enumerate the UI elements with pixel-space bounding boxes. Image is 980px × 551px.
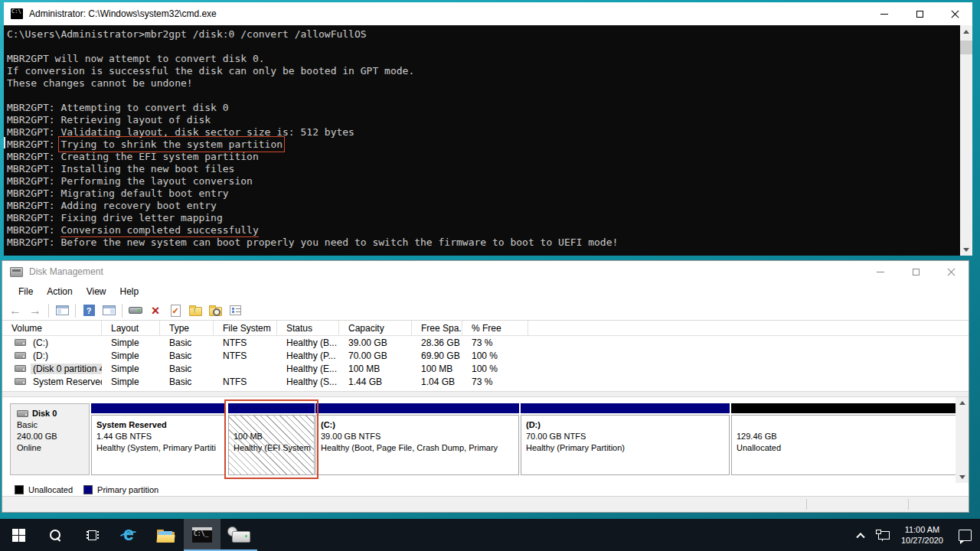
disk0-name: Disk 0 <box>32 408 57 419</box>
legend: UnallocatedPrimary partition <box>2 483 969 497</box>
cell-file_system: NTFS <box>214 337 277 348</box>
back-button[interactable]: ← <box>7 302 24 319</box>
column-header[interactable]: Free Spa... <box>412 321 462 335</box>
partition-(C:)[interactable]: (C:)39.00 GB NTFSHealthy (Boot, Page Fil… <box>315 403 519 475</box>
partition-name: System Reserved <box>96 419 224 431</box>
tray-chevron-button[interactable] <box>851 519 871 551</box>
cmd-minimize-button[interactable] <box>867 2 902 25</box>
volume-name: (D:) <box>31 350 51 361</box>
column-header[interactable]: Type <box>160 321 214 335</box>
volume-row[interactable]: (Disk 0 partition 4)SimpleBasicHealthy (… <box>2 362 969 375</box>
partition-info: 129.46 GBUnallocated <box>731 415 959 475</box>
cmd-maximize-button[interactable] <box>902 2 937 25</box>
cell-layout: Simple <box>102 350 160 361</box>
scroll-up-icon[interactable] <box>960 25 972 37</box>
scroll-down-icon[interactable] <box>960 243 972 256</box>
scroll-up-icon[interactable] <box>956 397 969 409</box>
maximize-icon <box>913 269 920 276</box>
partition-healthy-efi-system[interactable]: 100 MBHealthy (EFI System <box>228 403 315 475</box>
column-header[interactable]: Layout <box>102 321 160 335</box>
network-button[interactable] <box>871 519 895 551</box>
action-center-icon <box>959 530 972 541</box>
explore-button[interactable] <box>207 302 224 319</box>
delete-volume-button[interactable]: × <box>147 302 164 319</box>
menu-file[interactable]: File <box>11 284 40 299</box>
menu-action[interactable]: Action <box>40 284 79 299</box>
cmd-close-button[interactable] <box>937 2 972 25</box>
annotated-text: Trying to shrink the system partition <box>60 139 283 150</box>
console-line: MBR2GPT: Before the new system can boot … <box>7 236 957 249</box>
partition-System Reserved[interactable]: System Reserved1.44 GB NTFSHealthy (Syst… <box>91 403 226 475</box>
disk-management-window: Disk Management FileActionViewHelp ← → ?… <box>2 260 969 513</box>
column-header-filler <box>528 321 969 335</box>
graph-scrollbar[interactable] <box>956 397 969 483</box>
show-action-pane-button[interactable] <box>100 302 117 319</box>
file-explorer-button[interactable] <box>147 519 184 551</box>
cell-pct_free: 73 % <box>462 337 528 348</box>
clock-button[interactable]: 11:00 AM 10/27/2020 <box>895 519 949 551</box>
volume-cell: (Disk 0 partition 4) <box>2 364 102 374</box>
cell-capacity: 1.44 GB <box>339 377 412 387</box>
disk0-panel[interactable]: Disk 0 Basic 240.00 GB Online <box>10 403 90 475</box>
volume-row[interactable]: (D:)SimpleBasicNTFSHealthy (P...70.00 GB… <box>2 349 969 362</box>
taskbar: e 11:00 AM 10/27/2020 <box>0 519 980 551</box>
column-header[interactable]: % Free <box>462 321 528 335</box>
partition-name <box>737 419 957 431</box>
disk0-size: 240.00 GB <box>17 431 89 442</box>
partition-status: Healthy (Primary Partition) <box>526 442 727 454</box>
console-line <box>7 90 957 102</box>
column-header[interactable]: Status <box>277 321 339 335</box>
status-separator <box>806 499 807 510</box>
dm-maximize-button[interactable] <box>898 261 933 282</box>
search-button[interactable] <box>37 519 74 551</box>
properties-button[interactable] <box>227 302 243 319</box>
clock-date: 10/27/2020 <box>901 535 943 546</box>
forward-button[interactable]: → <box>27 302 44 319</box>
status-bar <box>2 496 969 512</box>
action-center-button[interactable] <box>949 519 980 551</box>
cmd-window: Administrator: C:\Windows\system32\cmd.e… <box>4 2 972 256</box>
column-header[interactable]: File System <box>214 321 277 335</box>
volume-list-header: VolumeLayoutTypeFile SystemStatusCapacit… <box>2 321 969 336</box>
start-button[interactable] <box>0 519 37 551</box>
dm-titlebar: Disk Management <box>2 261 969 282</box>
partition-(D:)[interactable]: (D:)70.00 GB NTFSHealthy (Primary Partit… <box>521 403 730 475</box>
cmd-console[interactable]: C:\Users\Administrator>mbr2gpt /disk:0 /… <box>4 25 972 256</box>
internet-explorer-button[interactable]: e <box>110 519 147 551</box>
cmd-scrollbar[interactable] <box>960 25 972 256</box>
cmd-scrollbar-thumb[interactable] <box>960 41 972 54</box>
cell-pct_free: 100 % <box>462 364 528 374</box>
dm-toolbar: ← → ? × <box>2 301 969 321</box>
menu-view[interactable]: View <box>80 284 113 299</box>
help-button[interactable]: ? <box>80 302 97 319</box>
menu-help[interactable]: Help <box>113 284 146 299</box>
text-cursor-ibeam <box>4 137 5 148</box>
cell-capacity: 39.00 GB <box>339 337 412 348</box>
partition-unallocated[interactable]: 129.46 GBUnallocated <box>731 403 959 475</box>
mark-active-button[interactable] <box>167 302 184 319</box>
device-button[interactable] <box>127 302 144 319</box>
check-document-icon <box>171 305 181 317</box>
volume-name: System Reserved <box>31 377 102 387</box>
column-header[interactable]: Volume <box>2 321 102 335</box>
open-button[interactable] <box>187 302 204 319</box>
cell-type: Basic <box>160 377 214 387</box>
scroll-down-icon[interactable] <box>956 471 969 483</box>
cell-file_system: NTFS <box>214 377 277 387</box>
dm-close-button[interactable] <box>933 261 969 282</box>
annotated-text: Conversion completed successfully <box>60 224 258 237</box>
console-line: MBR2GPT: Validating layout, disk sector … <box>7 126 957 139</box>
volume-row[interactable]: System ReservedSimpleBasicNTFSHealthy (S… <box>2 375 969 388</box>
volume-row[interactable]: (C:)SimpleBasicNTFSHealthy (B...39.00 GB… <box>2 336 969 349</box>
legend-swatch <box>15 485 24 494</box>
disk-management-taskbar-button[interactable] <box>220 519 257 551</box>
command-prompt-taskbar-button[interactable] <box>184 519 220 551</box>
show-console-tree-button[interactable] <box>54 302 70 319</box>
pane-splitter[interactable] <box>2 391 969 397</box>
dm-minimize-button[interactable] <box>863 261 898 282</box>
column-header[interactable]: Capacity <box>339 321 412 335</box>
task-view-button[interactable] <box>74 519 110 551</box>
task-view-icon <box>86 530 99 540</box>
cell-layout: Simple <box>102 377 160 387</box>
partition-info: (D:)70.00 GB NTFSHealthy (Primary Partit… <box>521 415 730 475</box>
